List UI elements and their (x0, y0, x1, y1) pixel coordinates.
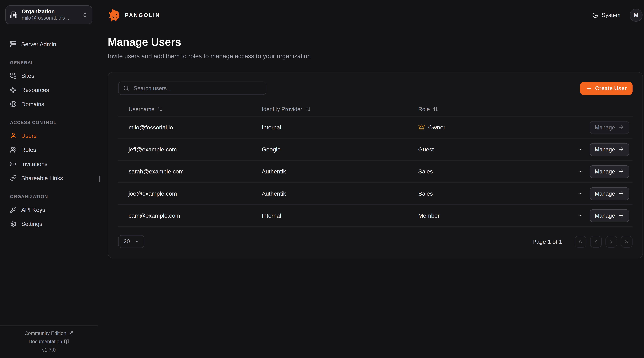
sidebar-item-users[interactable]: Users (10, 131, 88, 140)
pangolin-logo-icon (108, 8, 122, 22)
waypoints-icon (10, 86, 17, 93)
ellipsis-icon (578, 146, 583, 153)
sidebar-item-label: Server Admin (21, 41, 56, 48)
sidebar-item-server-admin[interactable]: Server Admin (10, 40, 88, 49)
sidebar-item-label: Resources (21, 86, 49, 93)
first-page-button (575, 236, 586, 247)
sidebar-item-shareable-links[interactable]: Shareable Links (10, 174, 88, 182)
sidebar-item-roles[interactable]: Roles (10, 145, 88, 154)
table-row: milo@fossorial.io Internal Owner Manage (118, 116, 632, 138)
column-header-username[interactable]: Username (128, 106, 262, 112)
users-card: Create User Username Identity Provider (108, 72, 643, 258)
sidebar-footer: Community Edition Documentation v1.7.0 (0, 326, 98, 358)
arrow-right-icon (618, 124, 624, 130)
sidebar-resize-handle[interactable] (99, 176, 100, 182)
user-icon (10, 132, 17, 139)
moon-icon (592, 12, 598, 18)
search-box (118, 82, 266, 95)
sidebar-item-api-keys[interactable]: API Keys (10, 205, 88, 214)
arrow-right-icon (618, 146, 624, 152)
link-icon (10, 175, 17, 182)
ticket-check-icon (10, 160, 17, 167)
sidebar-item-label: Roles (21, 146, 36, 153)
key-icon (10, 206, 17, 213)
sidebar-item-invitations[interactable]: Invitations (10, 159, 88, 168)
sidebar-item-domains[interactable]: Domains (10, 100, 88, 108)
table-row: joe@example.com Authentik Sales Manage (118, 182, 632, 205)
sidebar-item-sites[interactable]: Sites (10, 71, 88, 80)
users-table-body: milo@fossorial.io Internal Owner Manage … (118, 116, 632, 227)
documentation-link[interactable]: Documentation (28, 339, 69, 344)
chevron-down-icon (134, 239, 140, 244)
role-cell: Owner (418, 124, 528, 131)
section-label-general: GENERAL (10, 60, 88, 65)
column-header-identity-provider[interactable]: Identity Provider (262, 106, 418, 112)
brand-wordmark: PANGOLIN (125, 12, 160, 18)
row-menu-button[interactable] (576, 144, 586, 154)
table-header-row: Username Identity Provider Role (118, 102, 632, 116)
page-subtitle: Invite users and add them to roles to ma… (108, 52, 642, 60)
org-switcher-label: Organization (22, 8, 78, 15)
org-switcher-value: milo@fossorial.io's ... (22, 15, 78, 22)
create-user-button[interactable]: Create User (580, 82, 632, 95)
community-edition-link[interactable]: Community Edition (24, 330, 73, 336)
main-content: PANGOLIN System M Manage Users Invite us… (98, 0, 644, 358)
identity-provider-cell: Internal (262, 212, 418, 219)
sidebar-nav: Server Admin GENERAL Sites Resources Dom… (0, 30, 98, 325)
username-cell: jeff@example.com (118, 146, 262, 153)
theme-label: System (602, 12, 620, 18)
sort-icon (158, 106, 163, 112)
identity-provider-cell: Internal (262, 124, 418, 131)
chevron-right-icon (608, 238, 614, 244)
sidebar-item-label: Sites (21, 72, 34, 79)
theme-toggle[interactable]: System (592, 12, 620, 18)
manage-button[interactable]: Manage (590, 143, 629, 156)
row-menu-button[interactable] (576, 166, 586, 176)
arrow-right-icon (618, 168, 624, 174)
sidebar-item-resources[interactable]: Resources (10, 85, 88, 94)
role-cell: Guest (418, 146, 528, 153)
last-page-button (621, 236, 632, 247)
org-switcher[interactable]: Organization milo@fossorial.io's ... (6, 6, 92, 24)
book-open-icon (64, 339, 69, 344)
username-cell: joe@example.com (118, 190, 262, 197)
sort-icon (433, 106, 438, 112)
chevrons-up-down-icon (82, 12, 88, 18)
section-label-access-control: ACCESS CONTROL (10, 120, 88, 125)
search-input[interactable] (133, 84, 261, 92)
identity-provider-cell: Authentik (262, 190, 418, 197)
table-row: jeff@example.com Google Guest Manage (118, 138, 632, 160)
page-title: Manage Users (108, 36, 642, 49)
manage-button[interactable]: Manage (590, 187, 629, 200)
app-root: Organization milo@fossorial.io's ... Ser… (0, 0, 644, 358)
sidebar-item-label: Domains (21, 101, 44, 108)
external-link-icon (68, 331, 74, 336)
column-header-role[interactable]: Role (418, 106, 528, 112)
sidebar-item-label: Invitations (21, 160, 48, 167)
sort-icon (305, 106, 311, 112)
chevrons-right-icon (624, 238, 630, 244)
username-cell: sarah@example.com (118, 168, 262, 175)
row-menu-button[interactable] (576, 210, 586, 220)
brand-logo[interactable]: PANGOLIN (108, 8, 160, 22)
manage-button[interactable]: Manage (590, 165, 629, 178)
sidebar-item-label: Users (21, 132, 36, 139)
sidebar: Organization milo@fossorial.io's ... Ser… (0, 0, 98, 358)
sidebar-item-settings[interactable]: Settings (10, 219, 88, 228)
combine-icon (10, 72, 17, 79)
sidebar-item-label: Shareable Links (21, 175, 63, 182)
page-size-select[interactable]: 20 (118, 235, 144, 248)
avatar[interactable]: M (630, 8, 642, 22)
row-menu-button[interactable] (576, 188, 586, 198)
ellipsis-icon (578, 190, 583, 197)
ellipsis-icon (578, 168, 583, 175)
crown-icon (418, 124, 425, 131)
users-icon (10, 146, 17, 153)
arrow-right-icon (618, 190, 624, 196)
arrow-right-icon (618, 212, 624, 218)
topbar: PANGOLIN System M (98, 0, 644, 30)
users-table: Username Identity Provider Role (118, 102, 632, 227)
chevron-left-icon (593, 238, 599, 244)
table-row: cam@example.com Internal Member Manage (118, 205, 632, 227)
manage-button[interactable]: Manage (590, 209, 629, 222)
